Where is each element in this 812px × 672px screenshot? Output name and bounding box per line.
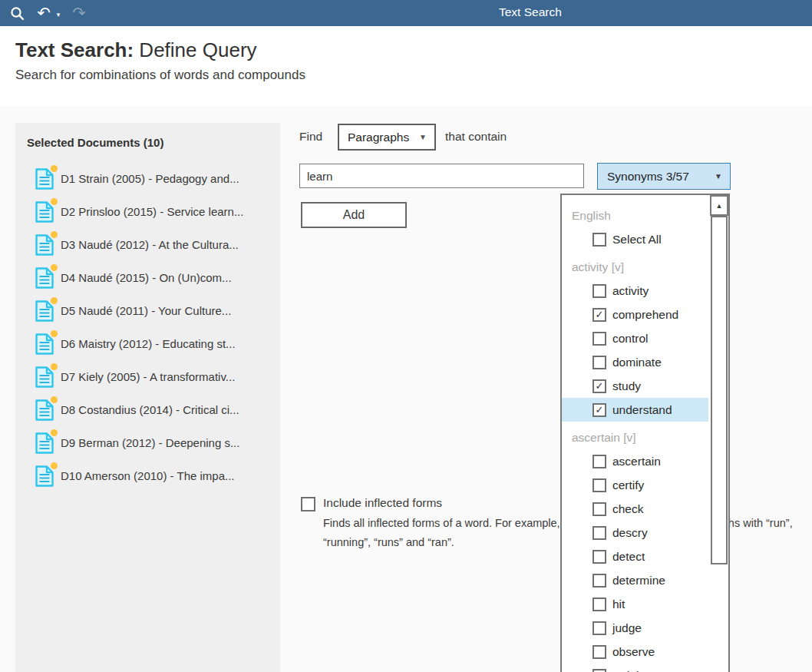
synonym-checkbox-item[interactable]: descry bbox=[562, 521, 708, 545]
scrollbar-thumb[interactable] bbox=[711, 216, 728, 564]
document-status-dot bbox=[51, 198, 58, 205]
synonym-checkbox-item[interactable]: judge bbox=[562, 616, 708, 640]
checkbox-icon[interactable] bbox=[592, 233, 606, 247]
document-status-dot bbox=[51, 231, 58, 238]
documents-panel-header: Selected Documents (10) bbox=[15, 123, 280, 149]
content-area: Selected Documents (10) D1 Strain (2005)… bbox=[0, 106, 812, 672]
synonym-label: ordain bbox=[612, 669, 645, 672]
window-title: Text Search bbox=[499, 5, 562, 19]
search-unit-value: Paragraphs bbox=[348, 131, 409, 144]
chevron-down-icon[interactable]: ▾ bbox=[54, 0, 63, 26]
document-list: D1 Strain (2005) - Pedagogy and... D2 Pr… bbox=[15, 162, 280, 492]
document-label: D9 Berman (2012) - Deepening s... bbox=[61, 436, 239, 449]
synonyms-button-label: Synonyms 3/57 bbox=[607, 170, 689, 184]
checkbox-icon[interactable] bbox=[592, 574, 606, 588]
include-inflected-forms-checkbox[interactable] bbox=[301, 497, 315, 511]
synonym-group-header: activity [v] bbox=[562, 253, 708, 279]
synonym-checkbox-item[interactable]: observe bbox=[562, 640, 708, 664]
document-list-item[interactable]: D1 Strain (2005) - Pedagogy and... bbox=[15, 162, 280, 195]
document-status-dot bbox=[51, 297, 58, 304]
document-icon bbox=[35, 432, 54, 455]
synonym-checkbox-item[interactable]: hit bbox=[562, 592, 708, 616]
synonym-label: judge bbox=[612, 621, 642, 635]
synonym-label: Select All bbox=[612, 233, 662, 247]
synonym-checkbox-item[interactable]: Select All bbox=[562, 227, 708, 251]
synonyms-dropdown-button[interactable]: Synonyms 3/57 ▼ bbox=[597, 163, 731, 190]
document-label: D6 Maistry (2012) - Educating st... bbox=[61, 337, 236, 350]
synonym-label: control bbox=[612, 332, 649, 346]
synonyms-list: English Select All activity [v] activity… bbox=[562, 195, 708, 672]
checkbox-icon[interactable] bbox=[592, 502, 606, 516]
synonym-checkbox-item[interactable]: detect bbox=[562, 545, 708, 568]
checkbox-icon[interactable] bbox=[592, 455, 606, 468]
titlebar: ↶ ▾ ↷ Text Search bbox=[0, 0, 812, 26]
checkbox-icon[interactable] bbox=[592, 550, 606, 564]
document-status-dot bbox=[51, 429, 58, 436]
document-list-item[interactable]: D10 Amerson (2010) - The impa... bbox=[15, 459, 280, 492]
document-list-item[interactable]: D7 Kiely (2005) - A transformativ... bbox=[15, 360, 280, 393]
document-icon bbox=[35, 333, 54, 356]
document-status-dot bbox=[51, 396, 58, 403]
page-subtitle: Search for combinations of words and com… bbox=[0, 62, 812, 83]
synonym-checkbox-item[interactable]: ✓ comprehend bbox=[562, 303, 708, 326]
document-label: D5 Naudé (2011) - Your Culture... bbox=[61, 304, 231, 317]
checkbox-icon[interactable]: ✓ bbox=[592, 308, 606, 322]
document-icon bbox=[35, 233, 54, 257]
document-list-item[interactable]: D2 Prinsloo (2015) - Service learn... bbox=[15, 195, 280, 228]
synonym-checkbox-item[interactable]: activity bbox=[562, 279, 708, 303]
document-label: D10 Amerson (2010) - The impa... bbox=[61, 469, 235, 482]
synonym-group-header: ascertain [v] bbox=[562, 424, 708, 449]
document-status-dot bbox=[51, 264, 58, 271]
document-list-item[interactable]: D6 Maistry (2012) - Educating st... bbox=[15, 327, 280, 360]
page-title: Text Search: Define Query bbox=[0, 26, 812, 62]
selected-documents-panel: Selected Documents (10) D1 Strain (2005)… bbox=[15, 123, 280, 672]
synonym-label: detect bbox=[612, 550, 645, 564]
checkbox-icon[interactable] bbox=[592, 645, 606, 659]
synonym-checkbox-item[interactable]: dominate bbox=[562, 350, 708, 374]
synonym-checkbox-item[interactable]: ordain bbox=[562, 664, 708, 672]
checkbox-icon[interactable] bbox=[592, 526, 606, 540]
checkbox-icon[interactable] bbox=[592, 284, 606, 298]
checkbox-icon[interactable] bbox=[592, 598, 606, 611]
document-status-dot bbox=[51, 462, 58, 469]
dropdown-scrollbar[interactable]: ▲ bbox=[710, 195, 728, 672]
synonym-label: ascertain bbox=[612, 455, 661, 468]
document-icon bbox=[35, 167, 54, 190]
synonym-checkbox-item[interactable]: certify bbox=[562, 473, 708, 497]
document-icon bbox=[35, 366, 54, 389]
synonym-checkbox-item[interactable]: check bbox=[562, 497, 708, 521]
checkbox-icon[interactable] bbox=[592, 478, 606, 492]
that-contain-label: that contain bbox=[445, 130, 507, 144]
document-list-item[interactable]: D5 Naudé (2011) - Your Culture... bbox=[15, 294, 280, 327]
document-list-item[interactable]: D9 Berman (2012) - Deepening s... bbox=[15, 426, 280, 459]
document-list-item[interactable]: D3 Naudé (2012) - At the Cultura... bbox=[15, 228, 280, 261]
document-label: D1 Strain (2005) - Pedagogy and... bbox=[61, 172, 239, 185]
search-unit-select[interactable]: Paragraphs ▼ bbox=[338, 124, 436, 151]
document-list-item[interactable]: D4 Naudé (2015) - On (Un)com... bbox=[15, 261, 280, 294]
search-icon bbox=[6, 0, 28, 26]
synonym-checkbox-item[interactable]: determine bbox=[562, 568, 708, 592]
document-label: D4 Naudé (2015) - On (Un)com... bbox=[61, 271, 232, 284]
add-button[interactable]: Add bbox=[301, 202, 407, 228]
search-term-input[interactable] bbox=[299, 164, 584, 188]
include-inflected-forms-label: Include inflected forms bbox=[323, 496, 442, 510]
undo-icon[interactable]: ↶ bbox=[34, 0, 54, 26]
synonym-label: study bbox=[612, 379, 641, 393]
synonym-checkbox-item[interactable]: ascertain bbox=[562, 449, 708, 473]
synonym-checkbox-item[interactable]: ✓ study bbox=[562, 374, 708, 398]
synonym-label: descry bbox=[612, 526, 648, 540]
scrollbar-up-button[interactable]: ▲ bbox=[710, 195, 728, 216]
synonyms-dropdown-panel: English Select All activity [v] activity… bbox=[560, 194, 730, 672]
text-search-window: ↶ ▾ ↷ Text Search Text Search: Define Qu… bbox=[0, 0, 812, 672]
document-icon bbox=[35, 300, 54, 323]
checkbox-icon[interactable]: ✓ bbox=[592, 403, 606, 417]
document-label: D2 Prinsloo (2015) - Service learn... bbox=[61, 205, 243, 218]
checkbox-icon[interactable] bbox=[592, 356, 606, 369]
checkbox-icon[interactable] bbox=[592, 332, 606, 346]
synonym-checkbox-item[interactable]: control bbox=[562, 326, 708, 350]
synonym-checkbox-item[interactable]: ✓ understand bbox=[562, 398, 708, 422]
checkbox-icon[interactable] bbox=[592, 669, 606, 672]
document-list-item[interactable]: D8 Costandius (2014) - Critical ci... bbox=[15, 393, 280, 426]
checkbox-icon[interactable]: ✓ bbox=[592, 379, 606, 393]
checkbox-icon[interactable] bbox=[592, 621, 606, 635]
